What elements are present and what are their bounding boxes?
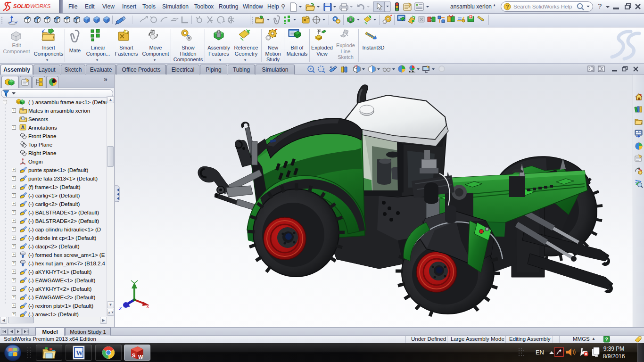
svg-text:W: W <box>138 354 143 360</box>
svg-text:WORKS: WORKS <box>30 3 51 9</box>
svg-text:SOLID: SOLID <box>13 3 30 9</box>
svg-text:A: A <box>21 124 25 130</box>
svg-text:?: ? <box>506 4 509 9</box>
svg-text:W: W <box>76 349 83 357</box>
svg-text:Z: Z <box>119 306 122 312</box>
svg-text:?: ? <box>605 337 608 342</box>
svg-text:X: X <box>146 304 149 310</box>
svg-text:S: S <box>132 353 135 358</box>
